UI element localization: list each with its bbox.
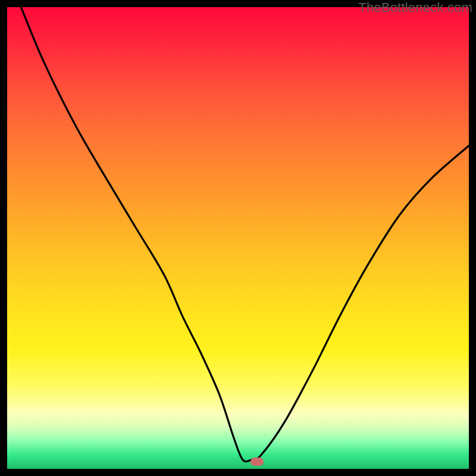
attribution-label: TheBottleneck.com — [358, 0, 472, 15]
optimal-marker — [250, 458, 264, 466]
bottleneck-curve — [7, 7, 469, 469]
chart-stage: TheBottleneck.com — [0, 0, 476, 476]
plot-area — [7, 7, 469, 469]
